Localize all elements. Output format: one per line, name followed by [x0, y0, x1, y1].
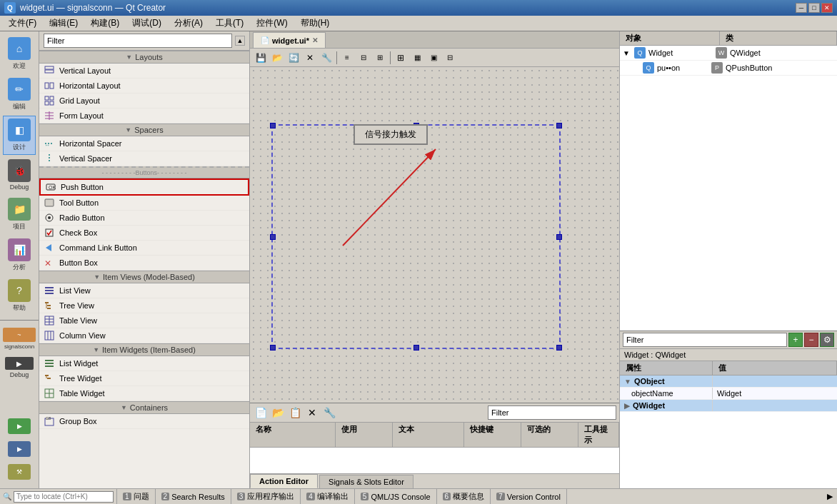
sidebar-tool-welcome[interactable]: ⌂ 欢迎 [3, 34, 36, 74]
widget-list-widget[interactable]: List Widget [39, 356, 249, 371]
menu-tools[interactable]: 工具(T) [210, 16, 249, 31]
widget-table-widget[interactable]: Table Widget [39, 386, 249, 401]
bottom-filter-input[interactable] [488, 405, 616, 420]
sidebar-tool-help[interactable]: ? 帮助 [3, 276, 36, 316]
prop-filter-input[interactable] [623, 333, 787, 347]
bottom-tab-action-editor[interactable]: Action Editor [250, 474, 318, 488]
toolbar-grid-btn4[interactable]: ⊟ [442, 51, 458, 65]
object-row-pushbutton[interactable]: Q pu••on P QPushButton [620, 61, 837, 76]
prop-category-qobject[interactable]: ▼ QObject [620, 376, 837, 388]
prop-row-objectname[interactable]: objectName Widget [620, 388, 837, 400]
menu-debug[interactable]: 调试(D) [126, 16, 167, 31]
category-buttons[interactable]: - - - - - - - - -Buttons- - - - - - - - [39, 166, 249, 178]
qwidget-expand[interactable]: ▶ QWidget [620, 400, 713, 411]
widget-h-spacer[interactable]: ↔ Horizontal Spacer [39, 136, 249, 151]
widget-v-spacer[interactable]: Vertical Spacer [39, 151, 249, 166]
toolbar-grid-btn2[interactable]: ▦ [409, 51, 425, 65]
handle-ml[interactable] [270, 234, 276, 240]
minimize-button[interactable]: ─ [796, 3, 807, 13]
menu-widgets[interactable]: 控件(W) [251, 16, 293, 31]
widget-horizontal-layout[interactable]: Horizontal Layout [39, 79, 249, 94]
objectname-value[interactable]: Widget [713, 388, 837, 399]
prop-config-btn[interactable]: ⚙ [820, 333, 834, 347]
widget-button-box[interactable]: ✕ Button Box [39, 256, 249, 271]
widget-tree-widget[interactable]: Tree Widget [39, 371, 249, 386]
handle-tl[interactable] [270, 123, 276, 128]
handle-tr[interactable] [556, 123, 562, 128]
sidebar-tool-signalsconn[interactable]: ~ signalsconn [3, 325, 36, 353]
run-button[interactable]: ▶ [3, 415, 36, 437]
widget-command-link[interactable]: Command Link Button [39, 241, 249, 256]
widget-form-layout[interactable]: Form Layout [39, 109, 249, 124]
object-row-widget[interactable]: ▼ Q Widget W QWidget [620, 46, 837, 61]
maximize-button[interactable]: □ [808, 3, 820, 13]
toolbar-grid-btn3[interactable]: ▣ [426, 51, 441, 65]
status-tab-vcs[interactable]: 7 Version Control [491, 489, 567, 504]
prop-minus-btn[interactable]: − [804, 333, 818, 347]
toolbar-save-btn[interactable]: 💾 [253, 51, 269, 65]
widget-group-box[interactable]: GB Group Box [39, 414, 249, 429]
toolbar-settings-btn[interactable]: 🔧 [319, 51, 334, 65]
status-tab-qml[interactable]: 5 QML/JS Console [355, 489, 437, 504]
toolbar-align-left-btn[interactable]: ≡ [339, 51, 355, 65]
close-button[interactable]: ✕ [821, 3, 833, 13]
status-search-input[interactable] [14, 491, 114, 503]
widget-tree-view[interactable]: Tree View [39, 298, 249, 313]
widget-tool-button[interactable]: Tool Button [39, 196, 249, 211]
menu-analyze[interactable]: 分析(A) [169, 16, 209, 31]
toolbar-refresh-btn[interactable]: 🔄 [286, 51, 301, 65]
qobject-expand[interactable]: ▼ QObject [620, 376, 713, 387]
category-spacers[interactable]: ▼ Spacers [39, 124, 249, 136]
sidebar-tool-debug[interactable]: 🐞 Debug [3, 156, 36, 193]
sidebar-tool-debug2[interactable]: ▶ Debug [3, 354, 36, 381]
sidebar-tool-project[interactable]: 📁 项目 [3, 195, 36, 234]
build-button[interactable]: ⚒ [3, 461, 36, 483]
widget-column-view[interactable]: Column View [39, 328, 249, 343]
category-item-views[interactable]: ▼ Item Views (Model-Based) [39, 271, 249, 283]
bottom-add-btn[interactable]: 📄 [253, 405, 269, 420]
widget-scroll-up[interactable]: ▲ [235, 36, 245, 46]
canvas-push-button[interactable]: 信号接力触发 [354, 124, 428, 145]
prop-category-qwidget[interactable]: ▶ QWidget [620, 400, 837, 412]
bottom-open-btn[interactable]: 📂 [270, 405, 286, 420]
widget-expand-icon[interactable]: ▼ [623, 49, 631, 57]
widget-list-view[interactable]: List View [39, 283, 249, 298]
doc-tab-widget[interactable]: 📄 widget.ui* ✕ [253, 32, 326, 48]
status-tab-app-output[interactable]: 3 应用程序输出 [231, 489, 301, 504]
category-layouts[interactable]: ▼ Layouts [39, 51, 249, 64]
status-arrow-right[interactable]: ▶ [827, 492, 833, 501]
bottom-copy-btn[interactable]: 📋 [287, 405, 303, 420]
run-debug-button[interactable]: ▶ [3, 438, 36, 460]
toolbar-grid-btn[interactable]: ⊞ [393, 51, 409, 65]
prop-add-btn[interactable]: + [788, 333, 803, 347]
sidebar-tool-edit[interactable]: ✏ 编辑 [3, 75, 36, 114]
widget-radio-button[interactable]: Radio Button [39, 211, 249, 226]
bottom-delete-btn[interactable]: ✕ [304, 405, 320, 420]
doc-tab-close-button[interactable]: ✕ [312, 36, 318, 44]
toolbar-align-btn3[interactable]: ⊞ [372, 51, 388, 65]
menu-edit[interactable]: 编辑(E) [44, 16, 84, 31]
widget-check-box[interactable]: Check Box [39, 226, 249, 241]
widget-push-button[interactable]: OK Push Button [39, 178, 249, 196]
status-tab-search[interactable]: 2 Search Results [156, 489, 231, 504]
handle-mr[interactable] [556, 234, 562, 240]
status-tab-issues[interactable]: 1 问题 [117, 489, 156, 504]
status-tab-compile[interactable]: 4 编译输出 [301, 489, 355, 504]
canvas-area[interactable]: 信号接力触发 [250, 67, 619, 403]
toolbar-open-btn[interactable]: 📂 [269, 51, 285, 65]
category-item-widgets[interactable]: ▼ Item Widgets (Item-Based) [39, 343, 249, 356]
status-tab-summary[interactable]: 6 概要信息 [437, 489, 491, 504]
menu-help[interactable]: 帮助(H) [295, 16, 336, 31]
handle-bm[interactable] [414, 345, 419, 351]
widget-filter-input[interactable] [44, 34, 232, 48]
category-containers[interactable]: ▼ Containers [39, 401, 249, 414]
widget-table-view[interactable]: Table View [39, 313, 249, 328]
sidebar-tool-design[interactable]: ◧ 设计 [3, 116, 36, 155]
bottom-tab-signals-slots[interactable]: Signals & Slots Editor [319, 475, 414, 488]
sidebar-tool-analyze[interactable]: 📊 分析 [3, 236, 36, 275]
widget-vertical-layout[interactable]: Vertical Layout [39, 64, 249, 79]
bottom-settings-btn[interactable]: 🔧 [321, 405, 337, 420]
handle-br[interactable] [556, 345, 562, 351]
toolbar-delete-btn[interactable]: ✕ [302, 51, 318, 65]
toolbar-align-btn2[interactable]: ⊟ [356, 51, 371, 65]
